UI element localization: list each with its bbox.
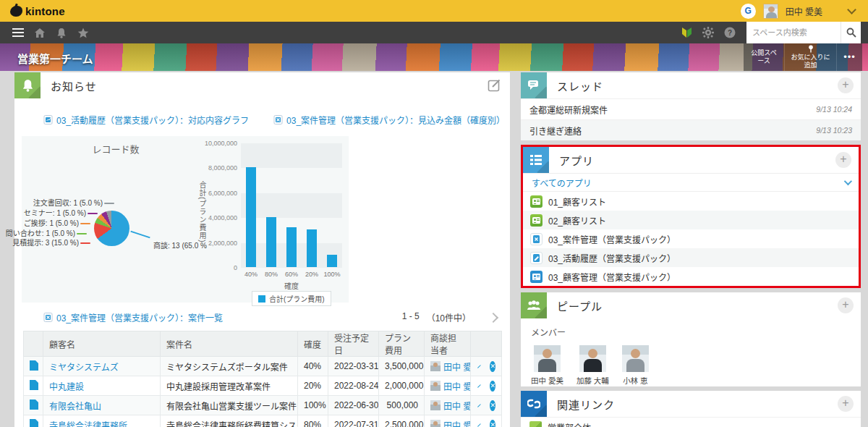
case-list-link[interactable]: 03_案件管理（営業支援パック）：案件一覧 [43,311,223,324]
bar[interactable] [266,217,276,267]
y-tick-label: 8,000,000 [208,164,237,172]
customer-link[interactable]: 中丸建設 [49,382,84,392]
home-icon[interactable] [29,22,51,43]
owner-link[interactable]: 田中 愛美 [430,419,464,427]
user-avatar[interactable] [763,4,778,19]
record-doc-icon[interactable] [30,380,38,390]
customer-link[interactable]: ミヤタシステムズ [49,363,119,373]
pushpin-icon [807,45,814,53]
add-link-button[interactable]: + [838,396,854,412]
x-tick-label: 60% [281,271,302,278]
favorites-star-icon[interactable] [72,22,94,43]
kintone-logo[interactable]: kintone [10,5,65,17]
table-row[interactable]: 中丸建設 中丸建設採用管理改革案件 20% 2022-08-24 2,000,0… [24,376,502,396]
table-row[interactable]: 有限会社亀山 有限会社亀山営業支援ツール案件 100% 2022-06-30 5… [24,396,502,415]
record-doc-icon[interactable] [30,419,38,427]
public-space-badge: 公開スペース [744,43,784,71]
record-doc-icon[interactable] [30,399,38,410]
next-page-chevron-icon[interactable] [488,312,498,322]
members-label: メンバー [531,326,851,338]
related-link-item[interactable]: 営業部全体 [521,417,861,427]
thread-item[interactable]: 金都運総研新規案件 9/13 10:24 [521,98,861,119]
delete-x-icon[interactable]: ✕ [490,361,495,372]
chain-link-icon [521,391,547,417]
bar[interactable] [307,229,317,267]
y-tick-label: 6,000,000 [208,190,237,197]
member-kobayashi[interactable]: 小林 恵 [622,345,649,386]
bar[interactable] [327,255,337,267]
app-item-activity-history[interactable]: 03_活動履歴（営業支援パック） [523,248,859,267]
bar[interactable] [286,227,297,267]
bar-chart-plot[interactable] [241,143,342,268]
bar-x-axis-title: 確度 [241,280,342,291]
edit-pencil-icon[interactable] [477,400,481,410]
delete-x-icon[interactable]: ✕ [490,420,495,427]
space-search-input[interactable] [746,22,841,43]
search-button[interactable] [841,22,861,43]
leader-line [130,231,150,239]
customer-link[interactable]: 寺島総合法律事務所 [49,421,127,427]
announcement-links: 03_活動履歴（営業支援パック）：対応内容グラフ 03_案件管理（営業支援パック… [14,98,510,136]
thread-speech-bubble-icon [521,72,547,98]
related-links-panel: 関連リンク + 営業部全体 [521,391,861,427]
user-menu-chevron-icon[interactable] [847,5,856,14]
menu-icon[interactable] [7,22,29,43]
threads-header: スレッド + [521,72,861,98]
edit-pencil-icon[interactable] [477,381,481,391]
pie-chart[interactable] [94,211,129,246]
apps-filter-dropdown[interactable]: すべてのアプリ [523,173,859,192]
settings-gear-icon[interactable] [697,22,719,43]
add-people-button[interactable]: + [838,297,854,313]
table-row[interactable]: ミヤタシステムズ ミヤタシステムズポータル案件 40% 2022-03-31 3… [24,357,502,376]
add-to-favorites-button[interactable]: お気に入りに追加 [784,43,836,71]
owner-avatar [430,400,441,410]
add-thread-button[interactable]: + [838,77,854,93]
pie-label-estimate: 見積提示: 3 (15.0 %) [12,237,92,248]
expected-amount-link[interactable]: 03_案件管理（営業支援パック）：見込み金額（確度別） [273,114,505,126]
edit-pencil-icon[interactable] [477,361,481,371]
thread-timestamp: 9/13 10:23 [816,126,852,135]
more-options-button[interactable]: ••• [836,43,862,71]
owner-link[interactable]: 田中 愛美 [430,360,464,373]
help-icon[interactable]: ? [719,22,741,43]
bar-chart-legend: 合計(プラン費用) [252,291,331,306]
edit-pencil-icon[interactable] [477,420,481,427]
app-doc-icon [43,313,53,322]
pie-label-seminar: セミナー: 1 (5.0 %) [24,207,99,218]
member-tanaka[interactable]: 田中 愛美 [531,345,563,386]
owner-link[interactable]: 田中 愛美 [430,380,464,392]
people-title: ピープル [557,298,603,313]
beginner-guide-icon[interactable] [676,22,697,43]
pagination: 1 - 5 （10件中） [402,311,471,324]
activity-graph-link[interactable]: 03_活動履歴（営業支援パック）：対応内容グラフ [43,114,249,126]
y-tick-label: 10,000,000 [205,140,237,147]
owner-link[interactable]: 田中 愛美 [430,399,464,412]
customer-link[interactable]: 有限会社亀山 [49,402,101,412]
delete-x-icon[interactable]: ✕ [490,400,495,411]
global-toolbar: ? [0,22,868,43]
apps-header: アプリ + [523,147,859,173]
app-item-case-management[interactable]: 03_案件管理（営業支援パック） [523,229,859,248]
notifications-bell-icon[interactable] [51,22,72,43]
app-item-customer-management[interactable]: 03_顧客管理（営業支援パック） [523,267,859,286]
app-item-customer-list-01[interactable]: 01_顧客リスト [523,192,859,211]
top-bar: kintone G 田中 愛美 [0,0,868,22]
member-avatar [579,345,606,372]
edit-announcement-icon[interactable] [488,78,501,95]
member-kato[interactable]: 加藤 大輔 [576,345,609,386]
bar[interactable] [246,167,256,267]
app-item-customer-list-02[interactable]: 02_顧客リスト [523,211,859,229]
pagination-total: （10件中） [427,311,471,324]
delete-x-icon[interactable]: ✕ [490,381,495,392]
thread-item[interactable]: 引き継ぎ連絡 9/13 10:23 [521,119,861,140]
user-name[interactable]: 田中 愛美 [786,5,822,17]
table-row[interactable]: 寺島総合法律事務所 寺島総合法律事務所経費精算システム案件 80% 2022-0… [24,415,502,427]
google-workspace-badge[interactable]: G [741,4,756,19]
svg-text:?: ? [728,29,732,37]
case-records-table: 顧客名案件名 確度受注予定日 プラン費用商談担当者 ミヤタシステムズ ミヤタシス… [23,331,502,427]
thread-timestamp: 9/13 10:24 [816,105,852,114]
add-app-button[interactable]: + [835,152,851,168]
leader-line [88,213,98,214]
record-doc-icon[interactable] [30,360,38,371]
owner-avatar [430,420,441,427]
